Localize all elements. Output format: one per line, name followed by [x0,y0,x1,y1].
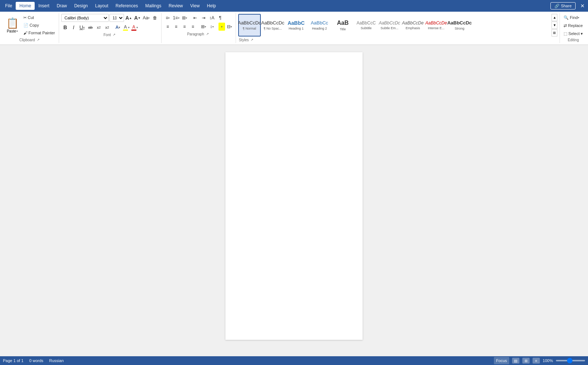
styles-scroll: ▲ ▼ ⊞ [552,14,557,36]
clipboard-group: 📋 Paste ▾ ✂ Cut 📄 Copy [1,13,59,43]
justify-button[interactable]: ≡ [189,23,197,31]
underline-button[interactable]: U▾ [78,23,86,31]
document-page[interactable] [225,52,363,340]
font-size-select[interactable]: 11 [109,14,124,22]
strikethrough-button[interactable]: ab [86,23,94,31]
select-icon: ⬚ [564,31,567,36]
style-title[interactable]: AaB Title [332,14,354,36]
style-strong[interactable]: AaBbCcDc Strong [448,14,471,36]
multilevel-list-button[interactable]: ⊞▾ [181,14,189,22]
find-button[interactable]: 🔍 Find ▾ [562,14,584,21]
cut-button[interactable]: ✂ Cut [22,14,57,21]
bold-button[interactable]: B [61,23,69,31]
increase-indent-button[interactable]: ⇥ [200,14,208,22]
menu-design[interactable]: Design [70,2,91,10]
styles-label: Styles [239,38,249,42]
paragraph-label: Paragraph [187,32,204,36]
style-normal[interactable]: AaBbCcDc ¶ Normal [238,14,261,36]
style-subtitle[interactable]: AaBbCcC Subtitle [355,14,378,36]
menu-view[interactable]: View [187,2,204,10]
editing-label: Editing [568,38,579,42]
cut-icon: ✂ [23,15,27,20]
share-button[interactable]: 🔗Share [550,2,576,9]
paste-icon: 📋 [6,17,19,29]
format-painter-icon: 🖌 [23,31,27,35]
columns-button[interactable]: ⊞▾ [200,23,208,31]
style-heading1[interactable]: AaBbC Heading 1 [285,14,307,36]
menu-home[interactable]: Home [16,2,35,10]
menu-draw[interactable]: Draw [53,2,70,10]
menu-layout[interactable]: Layout [92,2,112,10]
show-paragraph-button[interactable]: ¶ [216,14,224,22]
paste-dropdown-arrow[interactable]: ▾ [16,30,18,33]
menu-insert[interactable]: Insert [35,2,53,10]
menu-file[interactable]: File [1,2,16,10]
styles-scroll-down[interactable]: ▼ [552,22,557,29]
font-size-decrease-button[interactable]: A▼ [134,14,142,22]
style-emphasis[interactable]: AaBbCcDe Emphasis [402,14,424,36]
style-intense-e[interactable]: AaBbCcDe Intense E... [425,14,448,36]
menu-help[interactable]: Help [203,2,220,10]
borders-button[interactable]: ⊟▾ [225,23,233,31]
styles-scroll-up[interactable]: ▲ [552,14,557,21]
paste-button[interactable]: 📋 Paste ▾ [4,16,21,34]
superscript-button[interactable]: x2 [103,23,111,31]
style-no-spacing[interactable]: AaBbCcDc ¶ No Spac... [262,14,284,36]
editing-group: 🔍 Find ▾ ⇄ Replace ⬚ Select ▾ Editing [560,13,587,43]
menu-mailings[interactable]: Mailings [142,2,165,10]
clear-format-button[interactable]: 🗑 [151,14,159,22]
change-case-button[interactable]: Aa▾ [142,14,150,22]
paragraph-launcher[interactable]: ↗ [205,31,210,36]
font-name-select[interactable]: Calibri (Body) [61,14,109,22]
select-button[interactable]: ⬚ Select ▾ [562,30,584,37]
menu-references[interactable]: References [112,2,142,10]
styles-gallery: AaBbCcDc ¶ Normal AaBbCcDc ¶ No Spac... … [238,14,551,36]
line-spacing-button[interactable]: ↕▾ [208,23,216,31]
decrease-indent-button[interactable]: ⇤ [191,14,199,22]
font-group: Calibri (Body) 11 A▲ A▼ Aa▾ 🗑 B I U▾ ab … [59,13,162,43]
styles-launcher[interactable]: ↗ [249,37,255,42]
paragraph-group: ≡▾ 1≡▾ ⊞▾ ⇤ ⇥ ↕A ¶ ≡ ≡ ≡ ≡ ⊞▾ ↕▾ [162,13,236,43]
replace-icon: ⇄ [564,23,567,28]
shading-button[interactable]: ▾ [218,23,225,31]
highlight-button[interactable]: A ▾ [122,23,130,31]
align-center-button[interactable]: ≡ [172,23,180,31]
close-button[interactable]: ✕ [579,2,587,10]
bullets-button[interactable]: ≡▾ [164,14,172,22]
font-launcher[interactable]: ↗ [112,32,117,37]
ribbon: 📋 Paste ▾ ✂ Cut 📄 Copy [0,12,588,45]
subscript-button[interactable]: x2 [95,23,103,31]
style-heading2[interactable]: AaBbCc Heading 2 [308,14,331,36]
menu-review[interactable]: Review [165,2,186,10]
copy-icon: 📄 [23,23,28,28]
text-effects-button[interactable]: A▾ [114,23,122,31]
clipboard-launcher[interactable]: ↗ [36,37,41,42]
menu-bar: File Home Insert Draw Design Layout Refe… [0,0,588,12]
font-label: Font [104,33,111,37]
styles-group: AaBbCcDc ¶ Normal AaBbCcDc ¶ No Spac... … [236,13,560,43]
italic-button[interactable]: I [70,23,78,31]
format-painter-button[interactable]: 🖌 Format Painter [22,29,57,36]
numbering-button[interactable]: 1≡▾ [172,14,180,22]
styles-more[interactable]: ⊞ [552,29,557,36]
replace-button[interactable]: ⇄ Replace [562,22,584,29]
sort-button[interactable]: ↕A [208,14,216,22]
style-subtle-em[interactable]: AaBbCcDc Subtle Em... [378,14,401,36]
font-color-button[interactable]: A ▾ [131,23,139,31]
copy-button[interactable]: 📄 Copy [22,22,57,29]
find-icon: 🔍 [564,15,569,20]
align-left-button[interactable]: ≡ [164,23,172,31]
document-area[interactable] [0,45,588,347]
font-size-increase-button[interactable]: A▲ [125,14,133,22]
align-right-button[interactable]: ≡ [181,23,189,31]
clipboard-label: Clipboard [19,38,35,42]
